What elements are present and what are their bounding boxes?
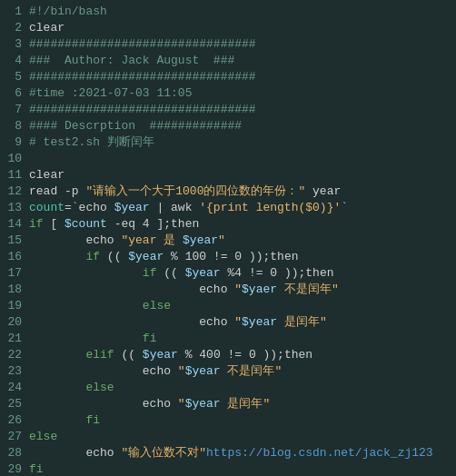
- line-29: 29 fi: [0, 461, 456, 476]
- line-1: 1 #!/bin/bash: [0, 4, 456, 20]
- line-4: 4 ### Author: Jack August ###: [0, 53, 456, 69]
- line-26: 26 fi: [0, 412, 456, 429]
- line-13: 13 count=`echo $year | awk '{print lengt…: [0, 200, 456, 216]
- code-editor: 1 #!/bin/bash 2 clear 3 ################…: [0, 0, 456, 476]
- line-28: 28 echo "输入位数不对"https://blog.csdn.net/ja…: [0, 445, 456, 461]
- line-25: 25 echo "$year 是闰年": [0, 396, 456, 412]
- line-16: 16 if (( $year % 100 != 0 ));then: [0, 249, 456, 265]
- line-3: 3 ################################: [0, 36, 456, 53]
- line-11: 11 clear: [0, 167, 456, 183]
- line-2: 2 clear: [0, 20, 456, 36]
- line-27: 27 else: [0, 429, 456, 445]
- line-18: 18 echo "$yaer 不是闰年": [0, 282, 456, 298]
- line-19: 19 else: [0, 298, 456, 314]
- line-21: 21 fi: [0, 331, 456, 347]
- line-20: 20 echo "$year 是闰年": [0, 314, 456, 331]
- line-8: 8 #### Descrption #############: [0, 118, 456, 134]
- line-9: 9 # test2.sh 判断闰年: [0, 134, 456, 151]
- line-10: 10: [0, 151, 456, 167]
- line-6: 6 #time :2021-07-03 11:05: [0, 85, 456, 102]
- line-23: 23 echo "$year 不是闰年": [0, 363, 456, 380]
- line-24: 24 else: [0, 380, 456, 396]
- line-7: 7 ################################: [0, 102, 456, 118]
- line-15: 15 echo "year 是 $year": [0, 233, 456, 249]
- line-14: 14 if [ $count -eq 4 ];then: [0, 216, 456, 233]
- line-5: 5 ################################: [0, 69, 456, 85]
- line-12: 12 read -p "请输入一个大于1000的四位数的年份：" year: [0, 183, 456, 200]
- line-17: 17 if (( $year %4 != 0 ));then: [0, 265, 456, 282]
- line-22: 22 elif (( $year % 400 != 0 ));then: [0, 347, 456, 363]
